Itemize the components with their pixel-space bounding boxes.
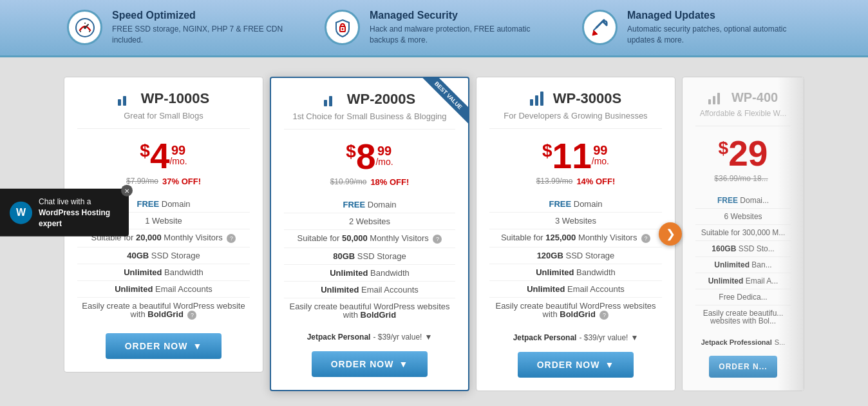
plan-wp3000s-features: FREE Domain 3 Websites Suitable for 125,… xyxy=(489,196,662,324)
security-desc: Hack and malware protection, FREE automa… xyxy=(370,24,543,46)
wordpress-icon: W xyxy=(10,201,32,224)
plan-wp4000s-name: WP-400 xyxy=(731,90,778,105)
plan-wp2000s-price: $ 8 99 /mo. $10.99/mo 18% OFF! xyxy=(284,139,455,187)
plan-wp3000s-subtitle: For Developers & Growing Businesses xyxy=(489,111,662,129)
svg-point-7 xyxy=(341,28,343,30)
price-cents: 99 xyxy=(169,144,187,157)
updates-desc: Automatic security patches, optional aut… xyxy=(627,24,801,46)
updates-icon xyxy=(582,10,618,45)
plan-wp3000s-name: WP-3000S xyxy=(553,90,621,107)
jetpack-dropdown-wp2000s[interactable]: ▼ xyxy=(424,333,432,342)
feature-websites: 2 Websites xyxy=(284,213,455,230)
plan-wp3000s-price: $ 11 99 /mo. $13.99/mo 14% OFF! xyxy=(489,139,662,186)
price-mo: /mo. xyxy=(169,157,187,166)
banner-security: Managed Security Hack and malware protec… xyxy=(325,10,543,46)
svg-point-2 xyxy=(84,26,86,29)
plan-wp4000s-price: $ 29 $36.99/mo 18... xyxy=(695,136,791,183)
plan-wp4000s: WP-400 Affordable & Flexible W... $ 29 $… xyxy=(682,77,804,391)
plan-wp1000s-name: WP-1000S xyxy=(141,90,209,107)
plan-wp1000s-subtitle: Great for Small Blogs xyxy=(77,111,250,129)
order-btn-wp1000s[interactable]: ORDER NOW ▼ xyxy=(106,333,222,359)
feature-domain: FREE Domain xyxy=(489,196,662,213)
speed-desc: FREE SSD storage, NGINX, PHP 7 & FREE CD… xyxy=(112,24,286,46)
svg-line-10 xyxy=(594,23,601,30)
plan-wp2000s-name: WP-2000S xyxy=(347,91,415,108)
security-title: Managed Security xyxy=(370,10,543,21)
order-btn-wp2000s[interactable]: ORDER NOW ▼ xyxy=(312,351,428,377)
plan-wp3000s: WP-3000S For Developers & Growing Busine… xyxy=(476,77,675,391)
updates-title: Managed Updates xyxy=(627,10,801,21)
jetpack-wp4000s: Jetpack Professional S... xyxy=(695,338,791,346)
plan-wp4000s-icon xyxy=(708,90,726,104)
plan-wp2000s: WP-2000S 1st Choice for Small Business &… xyxy=(270,77,469,391)
plan-wp3000s-title-row: WP-3000S xyxy=(489,90,662,107)
chat-widget[interactable]: ✕ W Chat live with a WordPress Hosting e… xyxy=(0,189,129,237)
chat-close-button[interactable]: ✕ xyxy=(121,185,133,197)
banner-updates: Managed Updates Automatic security patch… xyxy=(582,10,801,46)
security-icon xyxy=(325,10,360,45)
feature-storage: 120GB SSD Storage xyxy=(489,247,662,264)
jetpack-wp3000s: Jetpack Personal - $39/yr value! ▼ xyxy=(489,333,662,342)
banner-speed: Speed Optimized FREE SSD storage, NGINX,… xyxy=(67,10,286,46)
best-value-ribbon xyxy=(417,78,468,130)
plan-wp4000s-features: FREE Domai... 6 Websites Suitable for 30… xyxy=(695,193,791,329)
plan-wp1000s-price: $ 4 99 /mo. $7.99/mo 37% OFF! xyxy=(77,139,250,186)
feature-bandwidth: Unlimited Bandwidth xyxy=(77,264,250,281)
order-btn-wp3000s[interactable]: ORDER NOW ▼ xyxy=(518,352,634,378)
price-number: 4 xyxy=(150,139,170,174)
price-original: $7.99/mo xyxy=(126,177,158,186)
plan-wp2000s-icon xyxy=(324,92,342,106)
feature-bandwidth: Unlimited Bandwidth xyxy=(489,264,662,281)
jetpack-dropdown-wp3000s[interactable]: ▼ xyxy=(630,333,638,342)
top-banner: Speed Optimized FREE SSD storage, NGINX,… xyxy=(0,0,868,57)
feature-bandwidth: Unlimited Bandwidth xyxy=(284,265,455,282)
jetpack-wp2000s: Jetpack Personal - $39/yr value! ▼ xyxy=(284,333,455,342)
main-content: ✕ W Chat live with a WordPress Hosting e… xyxy=(0,57,868,406)
feature-domain: FREE Domain xyxy=(284,197,455,213)
feature-email: Unlimited Email Accounts xyxy=(77,281,250,298)
feature-storage: 80GB SSD Storage xyxy=(284,248,455,265)
plans-container: WP-1000S Great for Small Blogs $ 4 99 /m… xyxy=(61,77,807,391)
feature-websites: 3 Websites xyxy=(489,213,662,229)
order-btn-wp4000s[interactable]: ORDER N... xyxy=(709,356,777,378)
security-text: Managed Security Hack and malware protec… xyxy=(370,10,543,46)
feature-email: Unlimited Email Accounts xyxy=(284,282,455,298)
feature-boldgrid: Easily create beautiful WordPress websit… xyxy=(489,298,662,324)
chat-text: Chat live with a WordPress Hosting exper… xyxy=(39,197,119,229)
plan-wp1000s-icon xyxy=(118,92,136,106)
next-plan-arrow[interactable]: ❯ xyxy=(659,222,682,246)
plan-wp1000s-title-row: WP-1000S xyxy=(77,90,250,107)
feature-boldgrid: Easily create a beautiful WordPress webs… xyxy=(77,298,250,324)
updates-text: Managed Updates Automatic security patch… xyxy=(627,10,801,46)
price-dollar: $ xyxy=(140,142,150,160)
feature-visitors: Suitable for 125,000 Monthly Visitors ? xyxy=(489,229,662,247)
plan-wp2000s-features: FREE Domain 2 Websites Suitable for 50,0… xyxy=(284,197,455,323)
speed-title: Speed Optimized xyxy=(112,10,286,21)
plan-wp4000s-title-row: WP-400 xyxy=(695,90,791,105)
speed-icon xyxy=(67,10,102,45)
feature-email: Unlimited Email Accounts xyxy=(489,281,662,298)
feature-visitors: Suitable for 50,000 Monthly Visitors ? xyxy=(284,230,455,248)
feature-boldgrid: Easily create beautiful WordPress websit… xyxy=(284,298,455,323)
feature-storage: 40GB SSD Storage xyxy=(77,247,250,264)
plan-wp3000s-icon xyxy=(530,92,548,106)
price-discount: 37% OFF! xyxy=(162,177,201,186)
plan-wp4000s-subtitle: Affordable & Flexible W... xyxy=(695,109,791,126)
speed-text: Speed Optimized FREE SSD storage, NGINX,… xyxy=(112,10,286,46)
